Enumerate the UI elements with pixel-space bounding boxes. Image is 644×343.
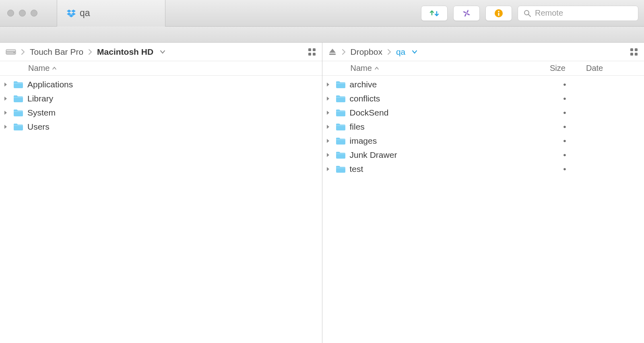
file-name: Users [27, 122, 316, 132]
folder-icon [335, 165, 346, 174]
chevron-right-icon [387, 49, 391, 55]
info-icon [494, 8, 504, 18]
file-size: • [547, 122, 583, 132]
list-item[interactable]: archive• [322, 77, 644, 91]
folder-icon [335, 108, 346, 117]
file-name: conflicts [349, 94, 544, 103]
folder-icon [335, 136, 346, 145]
disclosure-triangle-icon[interactable] [326, 153, 332, 157]
svg-rect-7 [498, 12, 500, 16]
search-input[interactable] [535, 8, 632, 18]
svg-rect-13 [308, 48, 311, 51]
search-icon [524, 10, 531, 17]
file-name: Applications [27, 80, 316, 89]
disclosure-triangle-icon[interactable] [326, 138, 332, 143]
grid-view-button[interactable] [308, 48, 316, 56]
column-size-label: Size [550, 64, 586, 73]
list-item[interactable]: conflicts• [322, 91, 644, 105]
file-size: • [547, 136, 583, 146]
svg-rect-16 [313, 53, 316, 56]
chevron-right-icon [342, 49, 346, 55]
local-column-header[interactable]: Name [0, 61, 322, 76]
file-name: DockSend [349, 108, 544, 118]
svg-marker-1 [71, 9, 76, 12]
folder-icon [13, 108, 23, 117]
svg-rect-17 [329, 54, 336, 55]
list-item[interactable]: Junk Drawer• [322, 148, 644, 162]
folder-icon [335, 151, 346, 159]
disclosure-triangle-icon[interactable] [326, 96, 332, 101]
breadcrumb-qa[interactable]: qa [396, 47, 405, 57]
breadcrumb-macintosh-hd[interactable]: Macintosh HD [97, 47, 153, 57]
sort-ascending-icon [52, 67, 57, 70]
title-bar: qa [0, 0, 644, 27]
sync-button[interactable] [421, 6, 448, 21]
file-name: files [349, 122, 544, 132]
folder-icon [335, 94, 346, 103]
list-item[interactable]: test• [322, 162, 644, 176]
breadcrumb-dropbox[interactable]: Dropbox [351, 47, 382, 57]
file-name: test [349, 164, 544, 174]
svg-rect-19 [635, 48, 638, 51]
grid-view-button[interactable] [630, 48, 638, 56]
disclosure-triangle-icon[interactable] [326, 110, 332, 115]
local-pathbar: Touch Bar Pro Macintosh HD [0, 43, 322, 61]
list-item[interactable]: Users [0, 120, 322, 134]
file-size: • [547, 108, 583, 118]
disclosure-triangle-icon[interactable] [326, 82, 332, 87]
disclosure-triangle-icon[interactable] [326, 124, 332, 129]
svg-rect-21 [635, 53, 638, 56]
list-item[interactable]: files• [322, 120, 644, 134]
remote-file-list[interactable]: archive•conflicts•DockSend•files•images•… [322, 76, 644, 343]
file-size: • [547, 80, 583, 89]
disclosure-triangle-icon[interactable] [3, 124, 10, 129]
chevron-down-icon[interactable] [160, 50, 165, 54]
tab-qa[interactable]: qa [57, 0, 165, 27]
svg-marker-0 [67, 9, 71, 12]
zoom-window-button[interactable] [31, 10, 37, 17]
column-name-label: Name [351, 64, 372, 73]
remote-column-header[interactable]: Name Size Date [322, 61, 644, 76]
chevron-right-icon [88, 49, 92, 55]
svg-rect-11 [6, 50, 16, 52]
list-item[interactable]: DockSend• [322, 105, 644, 120]
file-size: • [547, 94, 583, 103]
remote-pathbar: Dropbox qa [322, 43, 644, 61]
close-window-button[interactable] [7, 10, 14, 17]
remote-pane: Dropbox qa Name [322, 43, 644, 343]
local-file-list[interactable]: ApplicationsLibrarySystemUsers [0, 76, 322, 343]
search-box[interactable] [518, 6, 638, 21]
list-item[interactable]: System [0, 105, 322, 120]
folder-icon [335, 80, 346, 89]
file-name: Junk Drawer [349, 150, 544, 160]
column-name-label: Name [28, 64, 50, 73]
sort-ascending-icon [374, 67, 379, 70]
pinwheel-button[interactable] [453, 6, 480, 21]
svg-point-12 [14, 52, 14, 53]
file-name: System [27, 108, 316, 118]
disclosure-triangle-icon[interactable] [3, 82, 10, 87]
disclosure-triangle-icon[interactable] [326, 167, 332, 172]
disclosure-triangle-icon[interactable] [3, 110, 10, 115]
svg-rect-20 [630, 53, 633, 56]
list-item[interactable]: Applications [0, 77, 322, 91]
local-pane: Touch Bar Pro Macintosh HD Name [0, 43, 322, 343]
minimize-window-button[interactable] [19, 10, 26, 17]
pinwheel-icon [462, 8, 471, 18]
svg-rect-14 [313, 48, 316, 51]
file-name: Library [27, 94, 316, 103]
list-item[interactable]: images• [322, 134, 644, 148]
list-item[interactable]: Library [0, 91, 322, 105]
svg-point-6 [498, 10, 499, 12]
column-date-label: Date [586, 64, 638, 73]
disclosure-triangle-icon[interactable] [3, 96, 10, 101]
chevron-down-icon[interactable] [412, 50, 417, 54]
tab-label: qa [80, 8, 90, 19]
disk-icon[interactable] [6, 48, 16, 56]
chevron-right-icon [21, 49, 25, 55]
eject-icon[interactable] [328, 48, 337, 56]
svg-rect-15 [308, 53, 311, 56]
toolbar [421, 6, 644, 21]
info-button[interactable] [485, 6, 512, 21]
breadcrumb-touch-bar-pro[interactable]: Touch Bar Pro [30, 47, 83, 57]
